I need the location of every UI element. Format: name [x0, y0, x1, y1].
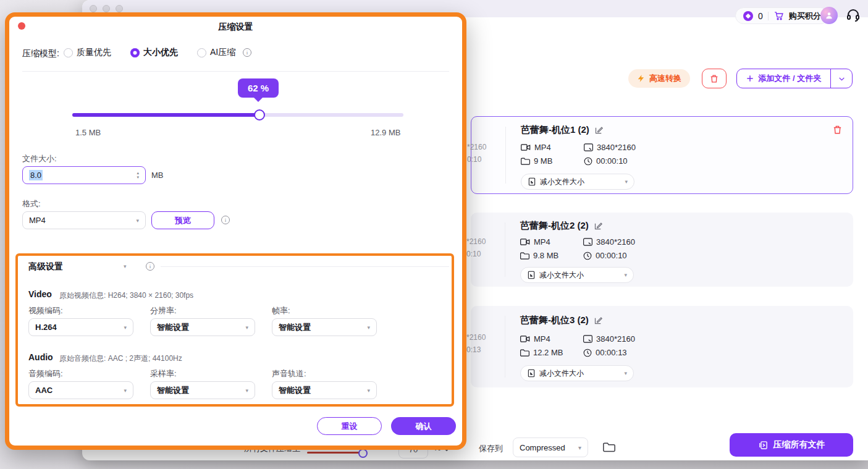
resolution-icon — [584, 143, 593, 151]
radio-ai-compress[interactable] — [197, 48, 206, 57]
samplerate-select[interactable]: 智能设置▾ — [150, 381, 255, 399]
file-resolution: 3840*2160 — [584, 143, 636, 152]
divider — [505, 127, 506, 184]
compress-mode-label: 减小文件大小 — [539, 368, 584, 379]
coin-icon — [743, 11, 753, 21]
add-files-button[interactable]: 添加文件 / 文件夹 — [736, 69, 853, 88]
plus-icon — [746, 74, 754, 83]
original-duration-fragment: 0:10 — [466, 250, 481, 258]
video-original-info: 原始视频信息: H264; 3840 × 2160; 30fps — [59, 290, 193, 301]
confirm-button[interactable]: 确认 — [391, 417, 456, 435]
divider — [22, 71, 449, 72]
audio-codec-select[interactable]: AAC▾ — [28, 381, 133, 399]
compress-mode-label: 减小文件大小 — [539, 270, 584, 281]
compress-mode-select[interactable]: 减小文件大小 ▾ — [520, 267, 634, 283]
credits-pill[interactable]: 0 购买积分 — [735, 7, 829, 24]
chevron-down-icon — [838, 75, 846, 83]
lightning-icon — [637, 74, 646, 83]
file-size-input[interactable]: 8.0 ▴▾ — [22, 166, 146, 184]
save-to-label: 保存到 — [479, 443, 503, 454]
file-name: 芭蕾舞-机位3 (2) — [520, 315, 589, 326]
audio-codec-label: 音频编码: — [28, 368, 63, 379]
file-size: 12.2 MB — [520, 348, 563, 357]
traffic-light-zoom[interactable] — [116, 5, 123, 12]
radio-quality-first-label[interactable]: 质量优先 — [77, 47, 111, 58]
buy-credits-label[interactable]: 购买积分 — [789, 11, 821, 22]
size-slider-fill — [72, 113, 259, 117]
open-folder-icon[interactable] — [603, 441, 615, 452]
edit-icon[interactable] — [594, 221, 603, 230]
edit-icon[interactable] — [594, 316, 603, 325]
compress-percent-slider-handle[interactable] — [358, 449, 368, 458]
resolution-select[interactable]: 智能设置▾ — [150, 318, 255, 336]
radio-size-first[interactable] — [130, 48, 140, 57]
original-resolution-fragment: *2160 — [467, 143, 486, 151]
original-resolution-fragment: *2160 — [466, 333, 486, 342]
traffic-light-minimize[interactable] — [103, 5, 110, 12]
file-row[interactable]: *2160 0:10 芭蕾舞-机位1 (2) MP4 3840*2160 9 M… — [471, 116, 853, 194]
compress-percent-slider[interactable] — [307, 452, 363, 454]
person-icon — [824, 11, 834, 20]
radio-size-first-label[interactable]: 大小优先 — [143, 47, 178, 58]
info-icon[interactable]: i — [221, 216, 230, 224]
chevron-down-icon: ▾ — [124, 387, 127, 394]
file-size: 9.8 MB — [520, 251, 558, 260]
file-format: MP4 — [520, 237, 550, 247]
reset-button[interactable]: 重设 — [317, 417, 382, 435]
save-folder-value: Compressed — [520, 443, 565, 452]
dialog-title: 压缩设置 — [9, 22, 462, 33]
delete-all-button[interactable] — [702, 69, 727, 88]
resolution-label: 分辨率: — [150, 305, 177, 316]
folder-icon — [520, 349, 529, 357]
reduce-size-icon — [528, 177, 536, 186]
save-folder-select[interactable]: Compressed ▾ — [513, 437, 588, 457]
file-size-unit: MB — [151, 171, 164, 180]
avatar[interactable] — [820, 7, 838, 24]
audio-original-info: 原始音频信息: AAC ; 2声道; 44100Hz — [59, 353, 182, 364]
info-icon[interactable]: i — [243, 48, 251, 57]
divider — [505, 222, 505, 277]
reduce-size-icon — [527, 271, 536, 279]
chevron-down-icon[interactable]: ▾ — [124, 263, 127, 269]
chevron-down-icon: ▾ — [245, 324, 248, 331]
advanced-settings-title[interactable]: 高级设置 — [28, 261, 63, 273]
channel-select[interactable]: 智能设置▾ — [272, 381, 377, 399]
delete-file-icon[interactable] — [832, 124, 843, 135]
clock-icon — [583, 349, 592, 357]
file-size-value: 8.0 — [29, 170, 43, 180]
compress-all-label: 压缩所有文件 — [773, 439, 825, 450]
radio-ai-compress-label[interactable]: AI压缩 — [210, 47, 235, 58]
size-slider-handle[interactable] — [254, 109, 265, 120]
file-row[interactable]: *2160 0:13 芭蕾舞-机位3 (2) MP4 3840*2160 12.… — [471, 306, 853, 387]
edit-icon[interactable] — [594, 125, 604, 135]
camera-icon — [520, 238, 530, 246]
video-codec-select[interactable]: H.264▾ — [28, 318, 133, 336]
file-name: 芭蕾舞-机位1 (2) — [521, 124, 589, 136]
chevron-down-icon: ▾ — [124, 324, 127, 331]
file-duration: 00:00:10 — [584, 156, 628, 166]
fast-convert-label: 高速转换 — [649, 73, 681, 84]
framerate-select[interactable]: 智能设置▾ — [272, 318, 377, 336]
radio-quality-first[interactable] — [64, 48, 73, 57]
traffic-light-close[interactable] — [90, 5, 97, 12]
compress-mode-label: 减小文件大小 — [540, 177, 584, 187]
step-down-icon[interactable]: ▾ — [137, 175, 139, 179]
chevron-down-icon: ▾ — [367, 324, 370, 331]
divider — [161, 266, 449, 267]
preview-button[interactable]: 预览 — [151, 211, 214, 229]
chevron-down-icon: ▾ — [624, 370, 627, 376]
file-row[interactable]: *2160 0:10 芭蕾舞-机位2 (2) MP4 3840*2160 9.8… — [471, 213, 853, 287]
add-files-dropdown[interactable] — [831, 75, 852, 83]
info-icon[interactable]: i — [146, 262, 154, 271]
compress-mode-select[interactable]: 减小文件大小 ▾ — [521, 174, 634, 190]
fast-convert-badge[interactable]: 高速转换 — [628, 69, 690, 88]
file-format: MP4 — [521, 143, 551, 152]
stepper-arrows[interactable]: ▴▾ — [137, 171, 139, 179]
format-select[interactable]: MP4 ▾ — [22, 211, 146, 229]
support-headset-icon[interactable] — [846, 7, 861, 22]
compress-all-button[interactable]: 压缩所有文件 — [730, 433, 853, 457]
format-label: 格式: — [22, 198, 41, 209]
camera-icon — [520, 335, 530, 343]
size-slider[interactable] — [72, 113, 403, 117]
compress-mode-select[interactable]: 减小文件大小 ▾ — [520, 365, 634, 381]
